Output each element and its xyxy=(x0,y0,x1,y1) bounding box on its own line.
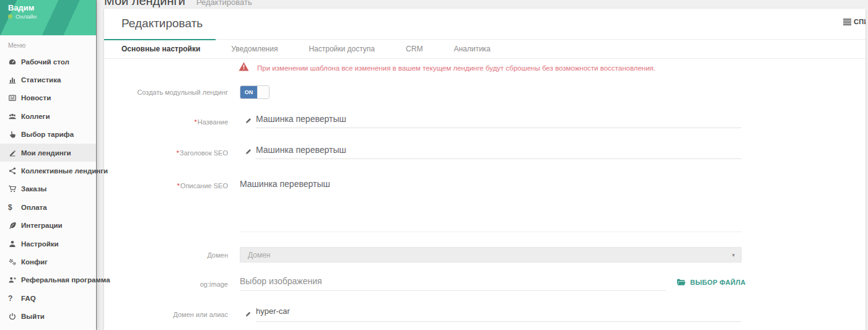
sidebar-item-stats[interactable]: Статистика xyxy=(0,71,96,89)
sidebar-item-settings[interactable]: Настройки xyxy=(0,235,96,253)
alias-input[interactable] xyxy=(256,306,742,322)
sidebar-item-label: Выбор тарифа xyxy=(21,131,74,138)
alias-label: Домен или алиас xyxy=(104,311,228,318)
sidebar-item-faq[interactable]: ? FAQ xyxy=(0,289,96,307)
sidebar-item-dashboard[interactable]: Рабочий стол xyxy=(0,53,96,71)
domain-select[interactable]: Домен ▾ xyxy=(240,247,742,263)
name-label: Название xyxy=(198,118,228,126)
page-title: Редактировать xyxy=(121,17,203,30)
pencil-icon xyxy=(245,309,252,320)
colleagues-icon xyxy=(8,112,21,121)
plug-icon xyxy=(8,221,21,230)
sidebar-item-my-landings[interactable]: Мои лендинги xyxy=(0,144,96,162)
pencil-icon xyxy=(245,116,253,127)
list-icon xyxy=(843,19,851,25)
seo-description-label: Описание SEO xyxy=(180,182,228,189)
sidebar-item-collective-landings[interactable]: Коллективные лендинги xyxy=(0,162,96,180)
og-image-value[interactable]: Выбор изображения xyxy=(240,276,666,291)
news-icon xyxy=(8,93,21,102)
seo-title-input[interactable] xyxy=(256,145,742,159)
sidebar: Вадим Онлайн Меню Рабочий стол Статистик… xyxy=(0,0,96,330)
sidebar-item-config[interactable]: Конфиг xyxy=(0,253,96,271)
sidebar-item-news[interactable]: Новости xyxy=(0,89,96,107)
user-icon xyxy=(8,240,21,248)
sidebar-item-label: Выйти xyxy=(21,313,45,320)
menu-section-label: Меню xyxy=(0,35,96,53)
sidebar-item-label: Рабочий стол xyxy=(21,58,69,66)
sidebar-item-label: Настройки xyxy=(21,240,59,248)
sidebar-item-label: Интеграции xyxy=(21,222,63,229)
choose-file-label: ВЫБОР ФАЙЛА xyxy=(690,279,746,286)
tab-access-settings[interactable]: Настройки доступа xyxy=(293,39,390,58)
sidebar-item-label: Конфиг xyxy=(21,258,48,266)
module-toggle-switch[interactable]: ON xyxy=(240,85,270,99)
seo-title-label: Заголовок SEO xyxy=(180,149,228,157)
dollar-icon: $ xyxy=(8,203,21,212)
sidebar-item-label: Мои лендинги xyxy=(21,149,71,157)
user-plus-icon xyxy=(8,276,21,284)
breadcrumb-section: Мои лендинги xyxy=(104,0,185,7)
sidebar-item-logout[interactable]: Выйти xyxy=(0,307,96,325)
folder-icon xyxy=(677,279,686,286)
tab-notifications[interactable]: Уведомления xyxy=(216,39,293,58)
sidebar-item-label: Новости xyxy=(21,94,51,102)
question-icon: ? xyxy=(8,294,21,303)
warning-icon xyxy=(239,62,249,74)
edit-card: Редактировать СПИСОК Основные настройки … xyxy=(104,9,866,330)
bar-chart-icon xyxy=(8,76,21,84)
sidebar-item-referral[interactable]: Реферальная программа xyxy=(0,271,96,289)
seo-description-textarea[interactable]: Машинка перевертыш xyxy=(240,178,742,232)
domain-label: Домен xyxy=(104,251,228,259)
required-mark: * xyxy=(177,149,179,157)
sidebar-item-label: Оплата xyxy=(21,204,47,211)
tab-bar: Основные настройки Уведомления Настройки… xyxy=(104,39,866,59)
sidebar-item-label: Статистика xyxy=(21,76,61,84)
user-name: Вадим xyxy=(8,3,34,12)
sidebar-item-tariff[interactable]: Выбор тарифа xyxy=(0,126,96,144)
module-toggle-label: Создать модульный лендинг xyxy=(104,89,228,96)
breadcrumb-subsection: Редактировать xyxy=(196,0,252,7)
sidebar-item-label: Реферальная программа xyxy=(21,276,110,284)
list-view-button[interactable]: СПИСОК xyxy=(841,15,866,28)
share-icon xyxy=(8,167,21,175)
tab-main-settings[interactable]: Основные настройки xyxy=(104,39,216,58)
sidebar-item-orders[interactable]: Заказы xyxy=(0,180,96,198)
og-image-label: og:image xyxy=(104,280,228,288)
dashboard-icon xyxy=(8,58,21,66)
user-panel[interactable]: Вадим Онлайн xyxy=(0,0,96,35)
sidebar-item-colleagues[interactable]: Коллеги xyxy=(0,107,96,125)
pencil-icon xyxy=(245,147,253,158)
pencil-doc-icon xyxy=(8,149,21,157)
sidebar-item-label: Коллективные лендинги xyxy=(21,167,108,175)
tab-crm[interactable]: CRM xyxy=(390,39,438,58)
user-status: Онлайн xyxy=(8,13,37,20)
power-icon xyxy=(8,312,21,321)
form-content: При изменении шаблона все изменения в ва… xyxy=(104,59,866,330)
user-status-label: Онлайн xyxy=(15,13,37,20)
chevron-down-icon: ▾ xyxy=(732,252,735,258)
warning-banner: При изменении шаблона все изменения в ва… xyxy=(239,62,655,74)
sidebar-item-payment[interactable]: $ Оплата xyxy=(0,198,96,216)
required-mark: * xyxy=(177,182,180,189)
name-input[interactable] xyxy=(256,114,742,128)
sidebar-item-label: FAQ xyxy=(21,295,36,302)
cart-icon xyxy=(8,185,21,193)
hand-pointer-icon xyxy=(8,130,21,139)
toggle-knob xyxy=(257,86,269,98)
domain-select-placeholder: Домен xyxy=(248,251,732,259)
choose-file-button[interactable]: ВЫБОР ФАЙЛА xyxy=(675,277,747,287)
sidebar-item-label: Заказы xyxy=(21,185,46,193)
breadcrumb: Мои лендингиРедактировать xyxy=(96,0,868,8)
app-root: Вадим Онлайн Меню Рабочий стол Статистик… xyxy=(0,0,868,330)
warning-text: При изменении шаблона все изменения в ва… xyxy=(257,64,655,72)
required-mark: * xyxy=(195,118,197,126)
online-status-dot xyxy=(8,14,12,19)
sidebar-item-label: Коллеги xyxy=(21,113,50,120)
toggle-on-label: ON xyxy=(240,86,257,98)
tab-analytics[interactable]: Аналитика xyxy=(438,39,506,58)
sidebar-menu: Рабочий стол Статистика Новости Коллеги xyxy=(0,53,96,326)
gears-icon xyxy=(8,258,21,266)
sidebar-item-integrations[interactable]: Интеграции xyxy=(0,217,96,235)
list-button-label: СПИСОК xyxy=(854,18,866,25)
